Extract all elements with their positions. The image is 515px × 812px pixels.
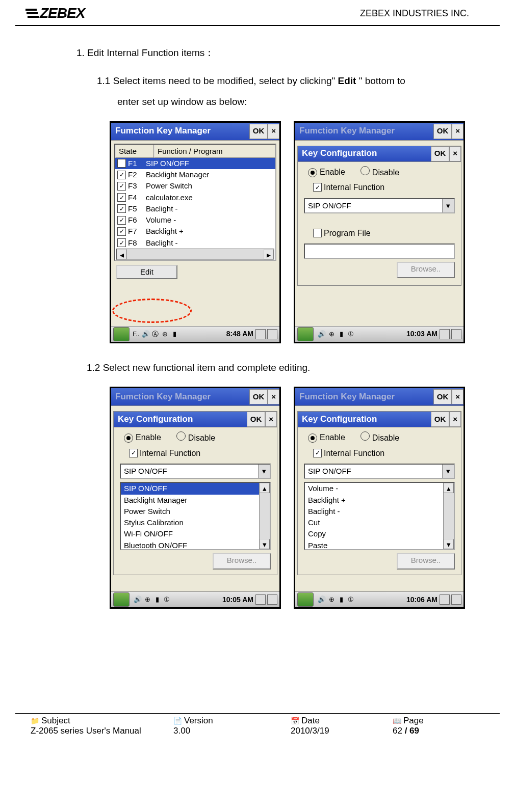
list-item[interactable]: Baclight - <box>305 506 454 517</box>
tray-icon[interactable]: 🔊 <box>318 330 326 338</box>
dropdown-arrow-icon[interactable]: ▾ <box>442 465 454 478</box>
table-row[interactable]: ✓F8Baclight - <box>115 237 275 249</box>
scroll-right-icon[interactable]: ▸ <box>264 249 274 259</box>
tray-icon[interactable]: ⊕ <box>161 330 169 338</box>
table-row[interactable]: ✓F3Power Switch <box>115 180 275 192</box>
tray-button[interactable] <box>451 594 461 605</box>
col-function[interactable]: Function / Program <box>154 145 275 158</box>
row-checkbox[interactable]: ✓ <box>117 182 126 191</box>
scroll-up-icon[interactable]: ▴ <box>260 483 270 493</box>
scroll-down-icon[interactable]: ▾ <box>260 539 270 549</box>
tray-icon[interactable]: 🔊 <box>142 330 150 338</box>
dropdown-arrow-icon[interactable]: ▾ <box>442 199 454 212</box>
scroll-down-icon[interactable]: ▾ <box>444 539 454 549</box>
table-row[interactable]: ✓F2Backlight Manager <box>115 169 275 180</box>
tray-icon[interactable]: 🔊 <box>318 596 326 604</box>
row-checkbox[interactable]: ✓ <box>117 171 126 179</box>
list-item[interactable]: Backlight Manager <box>121 495 270 506</box>
browse-button[interactable]: Browse.. <box>213 553 271 570</box>
close-button[interactable]: × <box>268 124 279 139</box>
close-button[interactable]: × <box>449 412 461 427</box>
ok-button[interactable]: OK <box>249 389 268 404</box>
list-item[interactable]: Cut <box>305 517 454 528</box>
row-checkbox[interactable]: ✓ <box>117 204 126 213</box>
tray-icon[interactable]: Ⓐ <box>151 330 160 338</box>
tray-button[interactable] <box>255 329 266 339</box>
row-checkbox[interactable]: ✓ <box>117 227 126 236</box>
enable-radio[interactable]: Enable <box>308 167 345 178</box>
start-button[interactable] <box>297 327 314 341</box>
browse-button[interactable]: Browse.. <box>397 262 455 278</box>
scroll-up-icon[interactable]: ▴ <box>444 483 454 493</box>
program-file-checkbox[interactable]: Program File <box>298 226 461 241</box>
dropdown-arrow-icon[interactable]: ▾ <box>258 465 270 478</box>
internal-function-checkbox[interactable]: ✓Internal Function <box>298 446 461 461</box>
function-listbox[interactable]: SIP ON/OFFBacklight ManagerPower SwitchS… <box>120 482 271 550</box>
enable-radio[interactable]: Enable <box>308 432 345 443</box>
function-listbox[interactable]: Volume -Backlight +Baclight -CutCopyPast… <box>304 482 455 550</box>
close-button[interactable]: × <box>268 389 279 404</box>
close-button[interactable]: × <box>449 146 461 161</box>
close-button[interactable]: × <box>265 412 277 427</box>
tray-icon[interactable]: ▮ <box>337 330 345 338</box>
internal-function-checkbox[interactable]: ✓Internal Function <box>114 446 277 461</box>
list-item[interactable]: Copy <box>305 528 454 539</box>
disable-radio[interactable]: Disable <box>176 431 215 444</box>
internal-function-checkbox[interactable]: ✓Internal Function <box>298 180 461 195</box>
ok-button[interactable]: OK <box>249 124 268 139</box>
row-checkbox[interactable]: ✓ <box>117 193 126 202</box>
ok-button[interactable]: OK <box>433 389 452 404</box>
disable-radio[interactable]: Disable <box>360 431 399 444</box>
list-item[interactable]: Volume - <box>305 483 454 494</box>
function-dropdown[interactable]: SIP ON/OFF▾ <box>304 464 455 479</box>
tray-icon[interactable]: ▮ <box>153 596 161 604</box>
tray-icon[interactable]: ⊕ <box>143 596 151 604</box>
browse-button[interactable]: Browse.. <box>397 553 455 570</box>
list-item[interactable]: Paste <box>305 540 454 551</box>
ok-button[interactable]: OK <box>431 146 450 161</box>
disable-radio[interactable]: Disable <box>360 166 399 178</box>
function-dropdown[interactable]: SIP ON/OFF▾ <box>304 198 455 213</box>
taskbar-app[interactable]: F.. <box>133 330 140 339</box>
tray-icon[interactable]: ▮ <box>337 596 345 604</box>
start-button[interactable] <box>297 592 314 607</box>
enable-radio[interactable]: Enable <box>124 432 161 443</box>
ok-button[interactable]: OK <box>433 124 452 139</box>
tray-icon[interactable]: 🔊 <box>134 596 142 604</box>
table-row[interactable]: ✓F4calculator.exe <box>115 192 275 203</box>
start-button[interactable] <box>113 327 130 341</box>
list-item[interactable]: Backlight + <box>305 495 454 506</box>
function-dropdown[interactable]: SIP ON/OFF▾ <box>120 464 271 479</box>
table-row[interactable]: ✓F6Volume - <box>115 214 275 226</box>
ok-button[interactable]: OK <box>247 412 266 427</box>
tray-button[interactable] <box>440 329 450 339</box>
tray-button[interactable] <box>255 594 266 605</box>
list-item[interactable]: SIP ON/OFF <box>121 483 270 494</box>
table-row[interactable]: ✓F1SIP ON/OFF <box>115 158 275 169</box>
tray-icon[interactable]: ⊕ <box>327 330 336 338</box>
list-item[interactable]: Bluetooth ON/OFF <box>121 540 270 551</box>
edit-button[interactable]: Edit <box>116 265 177 279</box>
tray-icon[interactable]: ① <box>347 330 355 338</box>
tray-icon[interactable]: ① <box>347 596 355 604</box>
scroll-left-icon[interactable]: ◂ <box>117 249 127 259</box>
hscroll[interactable]: ◂▸ <box>116 249 274 260</box>
tray-button[interactable] <box>451 329 461 339</box>
col-state[interactable]: State <box>115 145 154 158</box>
program-path-input[interactable] <box>304 243 455 259</box>
tray-button[interactable] <box>267 329 277 339</box>
tray-icon[interactable]: ▮ <box>171 330 179 338</box>
start-button[interactable] <box>113 592 130 607</box>
table-row[interactable]: ✓F7Backlight + <box>115 226 275 237</box>
row-checkbox[interactable]: ✓ <box>117 238 126 247</box>
tray-button[interactable] <box>440 594 450 605</box>
table-row[interactable]: ✓F5Baclight - <box>115 203 275 214</box>
close-button[interactable]: × <box>452 124 464 139</box>
tray-icon[interactable]: ⊕ <box>327 596 336 604</box>
list-item[interactable]: Stylus Calibration <box>121 517 270 528</box>
row-checkbox[interactable]: ✓ <box>117 159 126 168</box>
list-item[interactable]: Wi-Fi ON/OFF <box>121 528 270 539</box>
list-item[interactable]: Power Switch <box>121 506 270 517</box>
tray-button[interactable] <box>267 594 277 605</box>
close-button[interactable]: × <box>452 389 464 404</box>
